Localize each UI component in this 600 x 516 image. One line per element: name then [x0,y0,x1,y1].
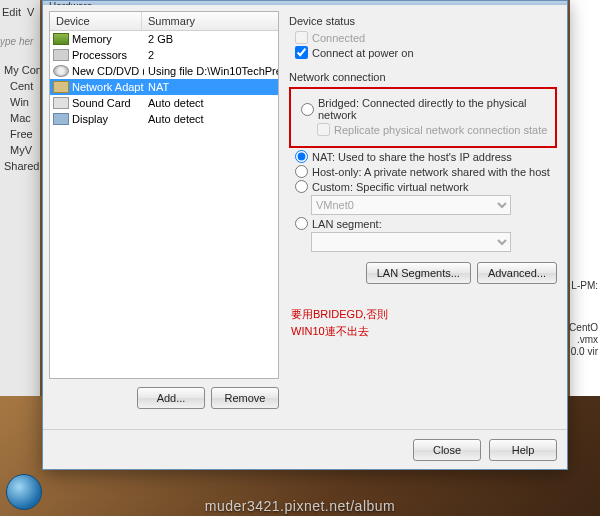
col-device: Device [50,12,142,30]
lan-segment-radio[interactable]: LAN segment: [295,217,557,230]
dsp-icon [53,113,69,125]
custom-input[interactable] [295,180,308,193]
add-device-button[interactable]: Add... [137,387,205,409]
bg-folder: MyV [0,142,40,158]
image-watermark: muder3421.pixnet.net/album [205,498,395,514]
custom-vmnet-select[interactable]: VMnet0 [311,195,511,215]
hostonly-label: Host-only: A private network shared with… [312,166,550,178]
bg-edit-menu: Edit V [2,6,34,18]
bg-folder: Win [0,94,40,110]
device-name: Network Adapter [72,81,144,93]
device-name: Processors [72,49,144,61]
lan-segments-button[interactable]: LAN Segments... [366,262,471,284]
device-row[interactable]: Network AdapterNAT [50,79,278,95]
device-settings-panel: Device status Connected Connect at power… [285,11,561,409]
snd-icon [53,97,69,109]
device-name: Sound Card [72,97,144,109]
device-row[interactable]: Sound CardAuto detect [50,95,278,111]
annotation-line: WIN10連不出去 [291,323,557,340]
device-list[interactable]: Device Summary Memory2 GBProcessors2New … [49,11,279,379]
nat-label: NAT: Used to share the host's IP address [312,151,512,163]
device-panel: Device Summary Memory2 GBProcessors2New … [49,11,279,409]
user-annotation: 要用BRIDEGD,否則 WIN10連不出去 [291,306,557,339]
network-connection-heading: Network connection [289,71,557,83]
start-button-icon [6,474,42,510]
annotation-line: 要用BRIDEGD,否則 [291,306,557,323]
hostonly-radio[interactable]: Host-only: A private network shared with… [295,165,557,178]
connect-power-on-input[interactable] [295,46,308,59]
lan-label: LAN segment: [312,218,382,230]
connected-checkbox: Connected [295,31,557,44]
dialog-button-bar: Close Help [43,429,567,469]
bg-folder: Free [0,126,40,142]
custom-radio[interactable]: Custom: Specific virtual network [295,180,557,193]
connect-power-on-label: Connect at power on [312,47,414,59]
device-name: Display [72,113,144,125]
device-summary: Auto detect [144,113,278,125]
device-summary: Auto detect [144,97,278,109]
device-row[interactable]: New CD/DVD (I...Using file D:\Win10TechP… [50,63,278,79]
device-row[interactable]: DisplayAuto detect [50,111,278,127]
advanced-button[interactable]: Advanced... [477,262,557,284]
device-row[interactable]: Processors2 [50,47,278,63]
bg-folder: Shared [0,158,40,174]
device-summary: NAT [144,81,278,93]
nat-input[interactable] [295,150,308,163]
hostonly-input[interactable] [295,165,308,178]
device-row[interactable]: Memory2 GB [50,31,278,47]
nat-radio[interactable]: NAT: Used to share the host's IP address [295,150,557,163]
help-button[interactable]: Help [489,439,557,461]
replicate-input [317,123,330,136]
lan-segment-select[interactable] [311,232,511,252]
hardware-settings-dialog: Hardware Device Summary Memory2 GBProces… [42,0,568,470]
device-summary: 2 GB [144,33,278,45]
device-summary: Using file D:\Win10TechPreview-x... [144,65,278,77]
connect-at-power-on-checkbox[interactable]: Connect at power on [295,46,557,59]
cpu-icon [53,49,69,61]
mem-icon [53,33,69,45]
device-status-heading: Device status [289,15,557,27]
cd-icon [53,65,69,77]
custom-label: Custom: Specific virtual network [312,181,469,193]
device-list-header: Device Summary [50,12,278,31]
bridged-radio[interactable]: Bridged: Connected directly to the physi… [301,97,551,121]
close-button[interactable]: Close [413,439,481,461]
lan-input[interactable] [295,217,308,230]
device-name: Memory [72,33,144,45]
connected-input [295,31,308,44]
connected-label: Connected [312,32,365,44]
device-name: New CD/DVD (I... [72,65,144,77]
device-summary: 2 [144,49,278,61]
replicate-label: Replicate physical network connection st… [334,124,547,136]
col-summary: Summary [142,12,201,30]
bg-search-hint: ype her [0,36,33,47]
bg-folder: Cent [0,78,40,94]
net-icon [53,81,69,93]
remove-device-button[interactable]: Remove [211,387,279,409]
bridged-label: Bridged: Connected directly to the physi… [318,97,551,121]
bg-folder: Mac [0,110,40,126]
replicate-checkbox: Replicate physical network connection st… [317,123,551,136]
bg-folder: My Con [0,62,40,78]
annotation-highlight-box: Bridged: Connected directly to the physi… [289,87,557,148]
bridged-input[interactable] [301,103,314,116]
